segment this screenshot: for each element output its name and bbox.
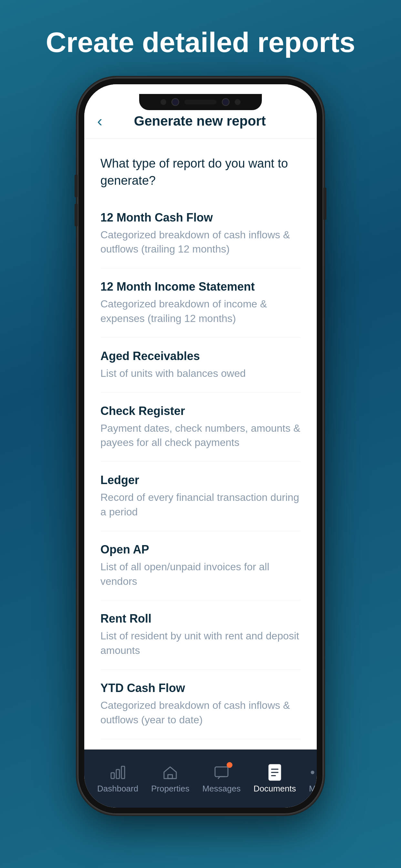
nav-item-properties[interactable]: Properties <box>145 760 196 797</box>
report-item-description: List of resident by unit with rent and d… <box>100 629 301 658</box>
report-item-title: 12 Month Cash Flow <box>100 211 301 224</box>
report-item[interactable]: Check RegisterPayment dates, check numbe… <box>100 393 301 462</box>
report-item-description: List of all open/unpaid invoices for all… <box>100 560 301 589</box>
notch <box>139 94 262 110</box>
nav-label-messages: Messages <box>203 784 241 794</box>
report-item-description: Record of every financial transaction du… <box>100 490 301 519</box>
report-item[interactable]: YTD Income StatementCategorized breakdow… <box>100 739 301 750</box>
report-item[interactable]: Open APList of all open/unpaid invoices … <box>100 531 301 600</box>
notch-sensor <box>222 98 229 106</box>
power-button <box>323 188 327 220</box>
phone-frame: ‹ Generate new report What type of repor… <box>78 78 323 814</box>
messages-icon <box>212 764 231 781</box>
report-item-title: Rent Roll <box>100 612 301 625</box>
bottom-nav: Dashboard Properties <box>84 749 317 808</box>
report-item-title: Check Register <box>100 404 301 418</box>
speaker <box>184 100 217 104</box>
report-item-description: Categorized breakdown of cash inflows & … <box>100 698 301 727</box>
nav-item-documents[interactable]: Documents <box>247 760 303 797</box>
report-item-title: YTD Cash Flow <box>100 681 301 695</box>
report-list: 12 Month Cash FlowCategorized breakdown … <box>84 199 317 750</box>
svg-rect-3 <box>168 775 173 779</box>
vol-down-button <box>74 204 78 226</box>
documents-icon <box>265 764 284 781</box>
notch-dot-2 <box>235 99 241 105</box>
front-camera <box>172 98 179 106</box>
nav-label-properties: Properties <box>151 784 189 794</box>
page-title: Generate new report <box>112 113 288 129</box>
report-item[interactable]: 12 Month Income StatementCategorized bre… <box>100 268 301 338</box>
report-question: What type of report do you want to gener… <box>84 139 317 199</box>
report-item[interactable]: Rent RollList of resident by unit with r… <box>100 600 301 670</box>
notification-dot <box>227 762 233 768</box>
vol-up-button <box>74 175 78 197</box>
report-item-description: Payment dates, check numbers, amounts & … <box>100 421 301 450</box>
report-item-title: Open AP <box>100 543 301 556</box>
hero-title: Create detailed reports <box>20 26 381 58</box>
nav-label-dashboard: Dashboard <box>97 784 138 794</box>
nav-item-dashboard[interactable]: Dashboard <box>91 760 145 797</box>
properties-icon <box>160 764 180 781</box>
report-item[interactable]: LedgerRecord of every financial transact… <box>100 462 301 531</box>
back-button[interactable]: ‹ <box>97 113 102 129</box>
report-item-description: Categorized breakdown of income & expens… <box>100 297 301 326</box>
report-item-title: 12 Month Income Statement <box>100 280 301 293</box>
status-bar <box>84 84 317 104</box>
report-item[interactable]: 12 Month Cash FlowCategorized breakdown … <box>100 199 301 269</box>
report-item[interactable]: Aged ReceivablesList of units with balan… <box>100 338 301 393</box>
nav-label-documents: Documents <box>253 784 296 794</box>
notch-dot-1 <box>160 99 166 105</box>
report-item-description: Categorized breakdown of cash inflows & … <box>100 228 301 257</box>
svg-rect-0 <box>111 773 114 779</box>
svg-rect-2 <box>121 766 125 779</box>
more-icon <box>309 764 317 781</box>
report-item[interactable]: YTD Cash FlowCategorized breakdown of ca… <box>100 670 301 739</box>
report-item-description: List of units with balances owed <box>100 366 301 381</box>
content-area: What type of report do you want to gener… <box>84 139 317 749</box>
report-item-title: Ledger <box>100 473 301 487</box>
phone-screen: ‹ Generate new report What type of repor… <box>84 84 317 808</box>
svg-point-9 <box>311 771 314 774</box>
dashboard-icon <box>108 764 127 781</box>
nav-item-messages[interactable]: Messages <box>196 760 247 797</box>
svg-rect-1 <box>116 770 120 779</box>
svg-rect-4 <box>215 767 228 777</box>
report-item-title: Aged Receivables <box>100 349 301 363</box>
